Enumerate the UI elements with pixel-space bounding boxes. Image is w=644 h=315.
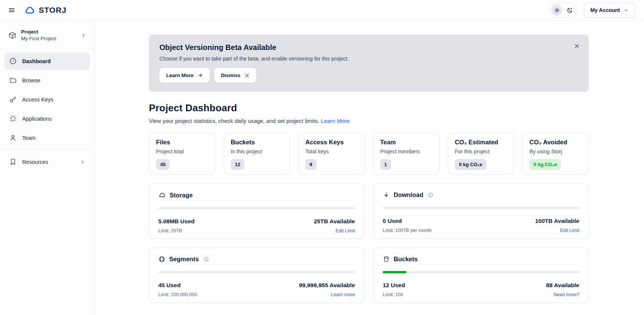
dismiss-label: Dismiss [221, 73, 241, 78]
buckets-progress-fill [383, 271, 406, 273]
project-label: Project [21, 29, 76, 35]
bucket-icon [383, 256, 390, 263]
versioning-banner: Object Versioning Beta Available Choose … [149, 35, 589, 92]
learn-more-link[interactable]: Learn more [331, 292, 355, 297]
stat-value-badge: 1 [380, 159, 391, 170]
usage-card-title: Download [394, 191, 423, 198]
stat-subtitle: Project members [380, 148, 432, 154]
app-header: STORJ My Account [0, 0, 644, 21]
limit-text: Limit: 100 [383, 292, 403, 297]
menu-toggle-button[interactable] [5, 4, 18, 17]
bookmark-icon [9, 158, 17, 166]
main-content: Object Versioning Beta Available Choose … [95, 21, 644, 315]
limit-text: Limit: 100TB per month [383, 228, 432, 233]
learn-more-button[interactable]: Learn More [159, 68, 210, 83]
stat-value-badge: 0 kg CO₂e [529, 159, 561, 170]
buckets-card: Buckets 12 Used 88 Available Limit: 100 … [373, 248, 589, 303]
need-more-link[interactable]: Need more? [553, 292, 579, 297]
usage-card-title: Storage [170, 192, 192, 199]
stat-subtitle: Project total [156, 148, 208, 154]
my-account-button[interactable]: My Account [584, 3, 635, 18]
stat-title: Files [156, 139, 208, 146]
sidebar-item-access-keys[interactable]: Access Keys [5, 91, 90, 108]
usage-cards-grid: Storage 5.08MB Used 25TB Available Limit… [149, 183, 589, 303]
sidebar-item-label: Applications [22, 116, 52, 122]
learn-more-label: Learn More [166, 73, 194, 78]
segments-icon [158, 256, 165, 263]
sparkle-icon [9, 115, 17, 123]
learn-more-link[interactable]: Learn More [321, 118, 350, 124]
usage-card-title: Segments [169, 256, 199, 263]
stat-card-team: Team Project members 1 [373, 132, 439, 174]
segments-progress-track [158, 271, 355, 273]
sidebar-nav: Dashboard Browse Access Keys Application… [5, 52, 90, 147]
available-value: 99,999,955 Available [299, 282, 355, 289]
sidebar-item-resources[interactable]: Resources [5, 153, 90, 171]
edit-limit-link[interactable]: Edit Limit [560, 228, 579, 233]
project-selector[interactable]: Project My First Project [5, 24, 90, 46]
stat-subtitle: For this project [455, 148, 507, 154]
project-name: My First Project [21, 36, 76, 41]
usage-card-title: Buckets [394, 256, 418, 263]
available-value: 88 Available [546, 282, 579, 289]
stat-card-co2-estimated: CO₂ Estimated For this project 0 kg CO₂e [448, 132, 514, 174]
sidebar-divider [0, 150, 94, 150]
sidebar-item-team[interactable]: Team [5, 129, 90, 147]
page-subtitle: View your project statistics, check dail… [149, 118, 589, 124]
sidebar-item-label: Team [22, 135, 35, 141]
hamburger-icon [8, 6, 15, 14]
stat-card-files: Files Project total 45 [149, 132, 215, 174]
edit-limit-link[interactable]: Edit Limit [336, 228, 355, 233]
banner-description: Choose if you want to take part of the b… [159, 56, 578, 62]
dark-mode-button[interactable] [564, 5, 575, 16]
person-icon [9, 134, 17, 142]
stat-card-co2-avoided: CO₂ Avoided By using Storj 0 kg CO₂e [522, 132, 589, 174]
chevron-down-icon [624, 8, 629, 13]
used-value: 0 Used [383, 218, 402, 224]
sidebar-item-label: Resources [22, 159, 48, 165]
sidebar-item-dashboard[interactable]: Dashboard [5, 52, 90, 70]
folder-icon [9, 76, 17, 84]
stat-title: CO₂ Estimated [455, 139, 507, 146]
sidebar-item-label: Dashboard [22, 58, 51, 64]
download-card: Download 0 Used 100TB Available Limit: 1… [373, 183, 589, 239]
light-mode-button[interactable] [551, 5, 562, 16]
sidebar-item-label: Access Keys [22, 97, 53, 103]
sidebar-divider [0, 49, 94, 49]
used-value: 45 Used [158, 282, 180, 289]
cube-icon [8, 31, 17, 39]
sidebar-item-applications[interactable]: Applications [5, 110, 90, 127]
arrow-right-icon [197, 73, 203, 78]
limit-text: Limit: 100,000,000 [158, 292, 197, 297]
storj-cloud-icon [24, 6, 35, 15]
stat-value-badge: 9 [305, 159, 316, 170]
my-account-label: My Account [590, 7, 620, 13]
storage-progress-track [158, 207, 355, 209]
stat-card-buckets: Buckets In this project 12 [224, 132, 290, 174]
cloud-icon [158, 191, 166, 199]
info-icon[interactable] [428, 192, 433, 198]
moon-star-icon [567, 7, 573, 14]
arrow-down-icon [383, 191, 390, 198]
sidebar: Project My First Project Dashboard Brows… [0, 21, 95, 315]
banner-close-button[interactable] [571, 41, 582, 51]
stat-value-badge: 45 [156, 159, 170, 170]
stat-cards-row: Files Project total 45 Buckets In this p… [149, 132, 589, 174]
page-title: Project Dashboard [149, 102, 589, 114]
download-progress-track [383, 207, 579, 209]
chevron-right-icon [80, 159, 85, 165]
sidebar-item-browse[interactable]: Browse [5, 71, 90, 89]
storage-card: Storage 5.08MB Used 25TB Available Limit… [149, 183, 364, 239]
stat-value-badge: 12 [231, 159, 244, 170]
dismiss-button[interactable]: Dismiss [214, 68, 256, 83]
storj-logo[interactable]: STORJ [24, 6, 67, 15]
stat-subtitle: In this project [231, 148, 283, 154]
available-value: 25TB Available [314, 218, 355, 225]
stat-title: Buckets [231, 139, 283, 146]
buckets-progress-track [383, 271, 579, 273]
page-subtitle-text: View your project statistics, check dail… [149, 118, 319, 124]
stat-subtitle: By using Storj [529, 148, 582, 154]
sidebar-item-label: Browse [22, 77, 40, 83]
stat-subtitle: Total keys [305, 148, 358, 154]
info-icon[interactable] [203, 256, 209, 262]
